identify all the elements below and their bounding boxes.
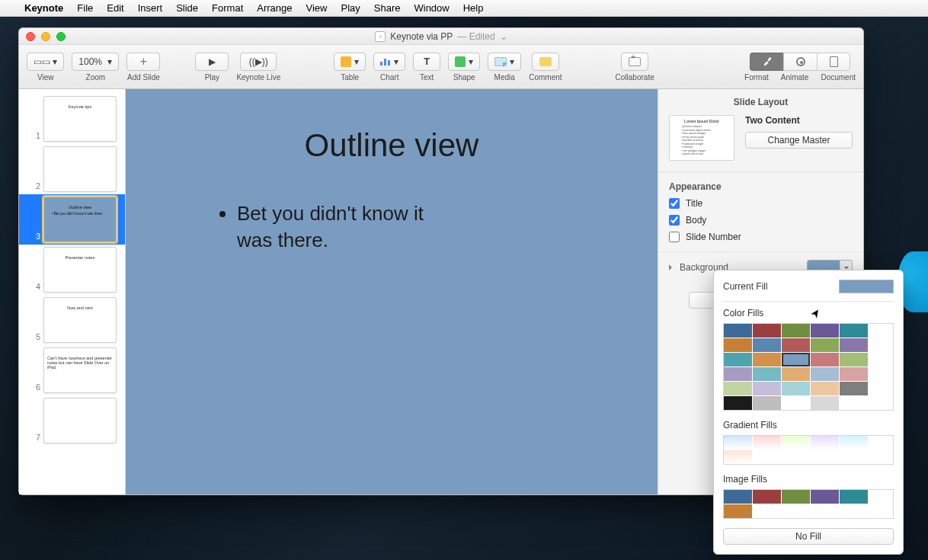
no-fill-button[interactable]: No Fill <box>723 528 894 545</box>
color-swatch[interactable] <box>811 382 839 395</box>
shape-button[interactable]: ▾ <box>448 53 480 71</box>
slide-number-checkbox[interactable] <box>669 232 680 242</box>
color-swatch[interactable] <box>840 367 868 381</box>
color-swatch[interactable] <box>724 382 752 395</box>
menu-edit[interactable]: Edit <box>107 2 123 14</box>
color-swatch[interactable] <box>840 324 868 338</box>
color-swatch[interactable] <box>724 353 752 366</box>
menu-view[interactable]: View <box>306 2 328 14</box>
slide-bullet[interactable]: Bet you didn't know it was there. <box>237 200 446 254</box>
image-fill-swatch[interactable] <box>724 504 752 518</box>
color-swatch[interactable] <box>724 396 752 410</box>
color-swatch[interactable] <box>811 353 839 366</box>
menu-window[interactable]: Window <box>414 2 449 14</box>
view-mode-button[interactable]: ▭▭ ▾ <box>27 53 64 71</box>
color-swatch[interactable] <box>840 353 868 366</box>
slide-canvas[interactable]: Outline view Bet you didn't know it was … <box>126 89 658 494</box>
toolbar: ▭▭ ▾ View 100% ▾ Zoom + Add Slide ▶ Play… <box>19 45 863 89</box>
image-fill-swatch[interactable] <box>753 490 781 504</box>
color-swatch[interactable] <box>840 382 868 395</box>
menu-arrange[interactable]: Arrange <box>257 2 292 14</box>
color-swatch[interactable] <box>753 338 781 352</box>
image-fill-swatch[interactable] <box>724 490 752 504</box>
color-swatch[interactable] <box>753 324 781 338</box>
document-proxy-icon[interactable]: ⬦ <box>375 31 386 42</box>
image-fill-swatch[interactable] <box>811 490 839 504</box>
play-button[interactable]: ▶ <box>195 53 229 71</box>
gradient-swatch[interactable] <box>753 436 781 450</box>
color-swatch[interactable] <box>811 396 839 410</box>
title-checkbox[interactable] <box>669 198 680 209</box>
table-button[interactable]: ▾ <box>334 53 366 71</box>
disclosure-triangle-icon[interactable] <box>669 264 675 270</box>
color-swatch[interactable] <box>782 367 810 381</box>
color-swatch[interactable] <box>782 338 810 352</box>
zoom-button[interactable]: 100% ▾ <box>72 53 119 71</box>
color-swatch[interactable] <box>753 396 781 410</box>
menu-help[interactable]: Help <box>463 2 484 14</box>
change-master-button[interactable]: Change Master <box>745 132 853 149</box>
color-swatch[interactable] <box>724 338 752 352</box>
master-name: Two Content <box>745 115 853 126</box>
animate-tab[interactable] <box>783 53 817 71</box>
slide-thumbnail[interactable]: 3Outline view• Bet you didn't know it wa… <box>19 194 125 245</box>
gradient-swatch[interactable] <box>724 450 752 464</box>
menu-share[interactable]: Share <box>374 2 401 14</box>
gradient-swatch[interactable] <box>782 436 810 450</box>
color-fill-popover: Current Fill Color Fills Gradient Fills … <box>713 270 904 555</box>
slide-body[interactable]: Bet you didn't know it was there. <box>202 200 446 254</box>
color-swatch[interactable] <box>724 367 752 381</box>
close-button[interactable] <box>26 32 35 41</box>
maximize-button[interactable] <box>56 32 66 41</box>
menu-slide[interactable]: Slide <box>176 2 198 14</box>
collaborate-button[interactable] <box>621 53 648 71</box>
slide-title[interactable]: Outline view <box>202 127 581 164</box>
current-fill-swatch[interactable] <box>839 280 894 293</box>
color-swatch[interactable] <box>782 324 810 338</box>
menu-play[interactable]: Play <box>341 2 360 14</box>
text-button[interactable]: T <box>413 53 440 71</box>
body-checkbox-row[interactable]: Body <box>669 215 853 226</box>
body-checkbox[interactable] <box>669 215 680 226</box>
keynote-live-button[interactable]: ((▶)) <box>240 53 277 71</box>
document-tab[interactable] <box>817 53 850 71</box>
menu-format[interactable]: Format <box>212 2 243 14</box>
gradient-swatch[interactable] <box>724 436 752 450</box>
color-swatch[interactable] <box>811 338 839 352</box>
app-menu[interactable]: Keynote <box>24 2 63 14</box>
title-chevron-icon[interactable]: ⌄ <box>500 31 507 42</box>
chart-button[interactable]: ▾ <box>373 53 405 71</box>
image-fill-swatch[interactable] <box>782 490 810 504</box>
color-swatch[interactable] <box>724 324 752 338</box>
color-swatch[interactable] <box>753 353 781 366</box>
menu-file[interactable]: File <box>77 2 93 14</box>
color-swatch[interactable] <box>811 367 839 381</box>
add-slide-button[interactable]: + <box>126 53 160 71</box>
slide-thumbnail[interactable]: 7 <box>19 395 125 446</box>
gradient-swatch[interactable] <box>811 436 839 450</box>
slide-thumbnail[interactable]: 5Now and next <box>19 295 125 345</box>
slide-thumbnail[interactable]: 1Keynote tips <box>19 94 125 144</box>
color-swatch[interactable] <box>840 338 868 352</box>
image-fill-swatch[interactable] <box>840 490 868 504</box>
slide-thumbnail[interactable]: 4Presenter notes <box>19 245 125 295</box>
color-swatch[interactable] <box>782 396 810 410</box>
document-title[interactable]: ⬦ Keynote via PP — Edited ⌄ <box>375 31 507 42</box>
format-tab[interactable] <box>750 53 783 71</box>
title-checkbox-row[interactable]: Title <box>669 198 853 209</box>
gradient-swatch[interactable] <box>840 436 868 450</box>
comment-button[interactable] <box>532 53 559 71</box>
color-swatch[interactable] <box>782 382 810 395</box>
traffic-lights <box>26 32 66 41</box>
minimize-button[interactable] <box>41 32 50 41</box>
slide-number-checkbox-row[interactable]: Slide Number <box>669 232 853 242</box>
slide-navigator[interactable]: 1Keynote tips23Outline view• Bet you did… <box>19 89 126 494</box>
color-swatch[interactable] <box>782 353 810 366</box>
color-swatch[interactable] <box>811 324 839 338</box>
slide-thumbnail[interactable]: 2 <box>19 144 125 194</box>
media-button[interactable]: ▾ <box>488 53 521 71</box>
color-swatch[interactable] <box>753 382 781 395</box>
menu-insert[interactable]: Insert <box>138 2 163 14</box>
color-swatch[interactable] <box>753 367 781 381</box>
slide-thumbnail[interactable]: 6Can't have now/next and presenter notes… <box>19 345 125 395</box>
